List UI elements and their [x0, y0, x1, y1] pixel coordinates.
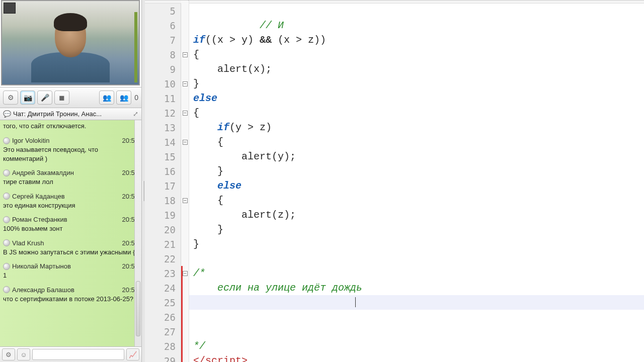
expand-icon[interactable]: ⤢: [133, 110, 138, 118]
line-number: 6: [145, 18, 181, 33]
code-line[interactable]: {: [189, 106, 644, 120]
line-number: 21: [145, 237, 181, 251]
line-number: 18: [145, 193, 181, 208]
code-line[interactable]: }: [189, 76, 644, 91]
fold-cell: [181, 62, 189, 76]
chat-message-header: Сергей Каданцев20:57: [3, 190, 138, 200]
code-line[interactable]: если на улице идёт дождь: [189, 281, 644, 295]
code-line[interactable]: [189, 251, 644, 266]
fold-toggle[interactable]: −: [183, 111, 188, 116]
code-line[interactable]: alert(x);: [189, 62, 644, 76]
line-number: 22: [145, 251, 181, 266]
mic-button[interactable]: 🎤: [37, 90, 52, 105]
code-line[interactable]: }: [189, 237, 644, 251]
webcam-toolbar: ⚙ 📷 🎤 ◼ 👥 👥 0: [0, 87, 141, 108]
gear-icon: ⚙: [8, 94, 14, 102]
chat-message-body: 100% возьмем зонт: [3, 223, 138, 236]
code-line[interactable]: [189, 4, 644, 18]
fold-cell: [181, 33, 189, 47]
code-line[interactable]: */: [189, 339, 644, 353]
participant-count: 0: [134, 94, 138, 102]
line-number: 5: [145, 4, 181, 18]
code-line[interactable]: [189, 324, 644, 339]
chat-message-body: Это называется псевдокод, что комментари…: [3, 144, 138, 166]
line-number: 10: [145, 76, 181, 91]
webcam-pane: [0, 0, 141, 87]
fold-toggle[interactable]: −: [183, 52, 188, 57]
line-number: 16: [145, 164, 181, 178]
line-number: 27: [145, 324, 181, 339]
code-editor: 5678910111213141516171819202122232425262…: [145, 0, 644, 362]
user-icon: [3, 239, 10, 246]
chat-message-author: Сергей Каданцев: [12, 193, 120, 200]
code-line[interactable]: alert(z);: [189, 208, 644, 222]
camera-button[interactable]: 📷: [20, 90, 35, 105]
code-line[interactable]: [189, 310, 644, 324]
options-button[interactable]: ⚙: [2, 348, 15, 360]
fold-toggle[interactable]: −: [183, 81, 188, 86]
code-line[interactable]: // И: [189, 18, 644, 33]
code-line[interactable]: else: [189, 91, 644, 106]
send-button[interactable]: 📈: [126, 348, 139, 360]
chat-input[interactable]: [32, 349, 124, 360]
fold-toggle[interactable]: −: [183, 271, 188, 276]
fold-toggle[interactable]: −: [183, 140, 188, 145]
code-line[interactable]: {: [189, 47, 644, 62]
chat-scroll[interactable]: того, что сайт отключается. Igor Volokit…: [0, 120, 141, 347]
camera-icon: 📷: [24, 94, 32, 102]
code-line[interactable]: /*: [189, 266, 644, 281]
participants-button[interactable]: 👥: [99, 90, 114, 105]
emoji-button[interactable]: ☺: [17, 348, 30, 360]
chat-message-author: Николай Мартынов: [12, 262, 120, 270]
fold-strip: −−−−−−: [181, 1, 189, 362]
modified-indicator: [181, 266, 183, 362]
fold-cell: [181, 120, 189, 135]
code-line[interactable]: else: [189, 178, 644, 193]
chat-message-body: того, что сайт отключается.: [3, 120, 138, 134]
fold-cell: [181, 18, 189, 33]
line-number: 20: [145, 222, 181, 237]
stop-button[interactable]: ◼: [54, 90, 69, 105]
presenter-chip: [4, 3, 16, 14]
code-line[interactable]: {: [189, 135, 644, 149]
line-number: 23: [145, 266, 181, 281]
code-line[interactable]: {: [189, 193, 644, 208]
chat-scrollbar[interactable]: [134, 120, 141, 346]
chat-scrollbar-thumb[interactable]: [136, 281, 140, 336]
fold-cell: [181, 149, 189, 164]
line-number: 11: [145, 91, 181, 106]
fold-cell: [181, 251, 189, 266]
mic-icon: 🎤: [41, 94, 49, 102]
fold-cell: [181, 178, 189, 193]
code-line[interactable]: </script>: [189, 353, 644, 362]
chat-message-author: Андрей Закамалдин: [12, 169, 120, 176]
fold-cell: [181, 164, 189, 178]
chat-message-body: тире ставим лол: [3, 176, 138, 190]
chat-title: Чат: Дмитрий Тронин, Анас...: [13, 110, 131, 118]
people-plus-icon: 👥: [120, 94, 128, 102]
line-number: 26: [145, 310, 181, 324]
chat-input-row: ⚙ ☺ 📈: [0, 347, 141, 362]
settings-button[interactable]: ⚙: [3, 90, 18, 105]
line-number: 25: [145, 295, 181, 310]
code-line[interactable]: alert(y);: [189, 149, 644, 164]
code-line[interactable]: }: [189, 222, 644, 237]
code-line[interactable]: }: [189, 164, 644, 178]
code-line[interactable]: if((x > y) && (x > z)): [189, 33, 644, 47]
add-participant-button[interactable]: 👥: [116, 90, 131, 105]
line-number: 28: [145, 339, 181, 353]
chat-icon: 💬: [3, 110, 11, 118]
fold-cell: −: [181, 47, 189, 62]
chat-message-header: Андрей Закамалдин20:57: [3, 166, 138, 176]
fold-cell: −: [181, 135, 189, 149]
text-caret: [355, 297, 356, 307]
send-icon: 📈: [129, 351, 137, 358]
chat-message-body: 1: [3, 270, 138, 283]
gear-icon: ⚙: [6, 351, 12, 358]
fold-toggle[interactable]: −: [183, 198, 188, 203]
line-number: 24: [145, 281, 181, 295]
code-line[interactable]: if(y > z): [189, 120, 644, 135]
line-number: 29: [145, 353, 181, 362]
code-area[interactable]: // Иif((x > y) && (x > z)){ alert(x);}el…: [189, 1, 644, 362]
chat-message-header: Александр Балашов20:57: [3, 283, 138, 294]
